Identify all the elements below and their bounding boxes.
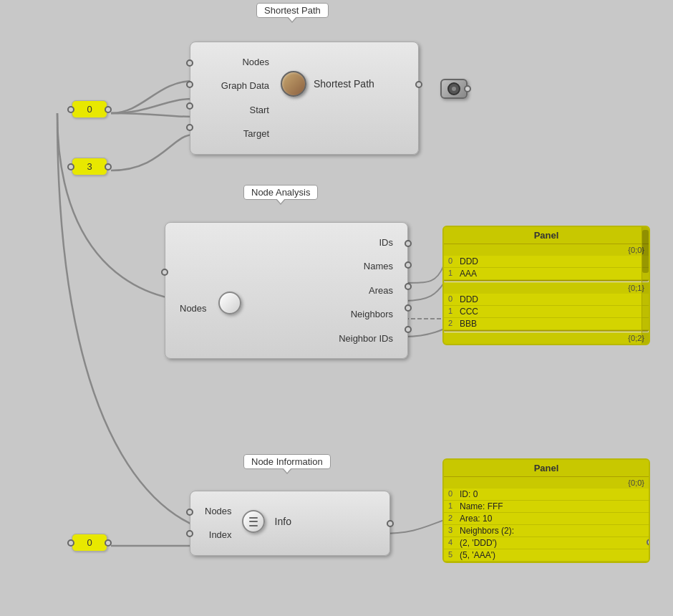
input-three-port-left[interactable] — [67, 163, 74, 170]
port-neighbors-label: Neighbors — [253, 306, 393, 322]
panel-top-row-1-1: 1 CCC — [444, 306, 649, 318]
node-analysis-icon — [218, 292, 241, 314]
gear-icon — [447, 82, 460, 95]
input-zero-bottom[interactable]: 0 — [72, 534, 107, 552]
port-neighbors-out[interactable] — [405, 304, 412, 312]
port-names-out[interactable] — [405, 261, 412, 269]
info-label: Info — [275, 516, 291, 527]
lines-icon — [248, 516, 259, 527]
panel-top-header: Panel — [444, 227, 649, 244]
port-index-info-label: Index — [205, 526, 232, 543]
input-zero-top[interactable]: 0 — [72, 100, 107, 118]
port-start-in[interactable] — [186, 102, 193, 110]
node-info-node: Nodes Index Info — [190, 491, 390, 556]
port-target-in[interactable] — [186, 124, 193, 131]
input-bottom-port-right[interactable] — [105, 539, 112, 547]
port-target-label: Target — [205, 125, 269, 142]
input-top-port-left[interactable] — [67, 106, 74, 113]
panel-bottom: Panel {0;0} 0 ID: 0 1 Name: FFF 2 Area: … — [442, 458, 650, 563]
port-info-out[interactable] — [387, 520, 394, 527]
port-nodes-analysis-in[interactable] — [161, 269, 168, 276]
panel-bottom-port-out[interactable] — [647, 539, 650, 546]
panel-top-row-1-0: 0 DDD — [444, 294, 649, 306]
panel-bottom-header: Panel — [444, 460, 649, 477]
shortest-path-icon — [281, 71, 306, 97]
port-nodes-info-in[interactable] — [186, 509, 193, 516]
port-nodes-in[interactable] — [186, 59, 193, 67]
panel-top: Panel {0;0} 0 DDD 1 AAA {0;1} 0 DDD 1 CC… — [442, 226, 650, 345]
gear-port-out[interactable] — [464, 85, 471, 92]
panel-bottom-row-3: 3 Neighbors (2): — [444, 525, 649, 537]
port-graphdata-label: Graph Data — [205, 77, 269, 94]
port-out[interactable] — [415, 81, 422, 88]
port-neighborids-label: Neighbor IDs — [253, 330, 393, 347]
port-names-label: Names — [253, 258, 393, 274]
shortest-path-label: Shortest Path — [256, 3, 329, 18]
panel-top-row-0-1: 1 AAA — [444, 268, 649, 280]
node-analysis-node: Nodes IDs Names Areas Neighbors Neighbor… — [165, 222, 408, 359]
panel-bottom-row-0: 0 ID: 0 — [444, 489, 649, 501]
canvas: Shortest Path Nodes Graph Data Start Tar… — [0, 0, 673, 616]
input-three-port-right[interactable] — [105, 163, 112, 170]
node-info-icon — [242, 510, 265, 533]
input-three[interactable]: 3 — [72, 158, 107, 175]
input-bottom-port-left[interactable] — [67, 539, 74, 547]
node-analysis-label: Node Analysis — [243, 185, 318, 200]
port-start-label: Start — [205, 102, 269, 118]
input-top-port-right[interactable] — [105, 106, 112, 113]
panel-top-sec1-label: {0;1} — [444, 282, 649, 294]
gear-output-box[interactable] — [440, 79, 468, 99]
panel-bottom-row-5: 5 (5, 'AAA') — [444, 549, 649, 562]
panel-bottom-row-4: 4 (2, 'DDD') — [444, 537, 649, 549]
port-nodes-info-label: Nodes — [205, 503, 232, 519]
shortest-path-node: Nodes Graph Data Start Target Shortest P… — [190, 42, 419, 155]
component-label: Shortest Path — [314, 78, 374, 90]
port-areas-label: Areas — [253, 282, 393, 299]
node-info-label: Node Information — [243, 454, 331, 469]
panel-bottom-sec0-label: {0;0} — [444, 477, 649, 489]
panel-bottom-row-1: 1 Name: FFF — [444, 501, 649, 513]
port-graphdata-in[interactable] — [186, 81, 193, 88]
panel-top-sec2-label: {0;2} — [444, 332, 649, 344]
port-index-in[interactable] — [186, 530, 193, 537]
panel-top-sec0-label: {0;0} — [444, 244, 649, 256]
panel-top-row-1-2: 2 BBB — [444, 318, 649, 330]
panel-top-row-0-0: 0 DDD — [444, 256, 649, 268]
port-ids-out[interactable] — [405, 240, 412, 247]
port-neighborids-out[interactable] — [405, 326, 412, 333]
port-ids-label: IDs — [253, 234, 393, 251]
port-nodes-label: Nodes — [205, 54, 269, 70]
port-nodes-analysis-label: Nodes — [180, 300, 207, 317]
port-areas-out[interactable] — [405, 283, 412, 290]
panel-bottom-row-2: 2 Area: 10 — [444, 513, 649, 525]
